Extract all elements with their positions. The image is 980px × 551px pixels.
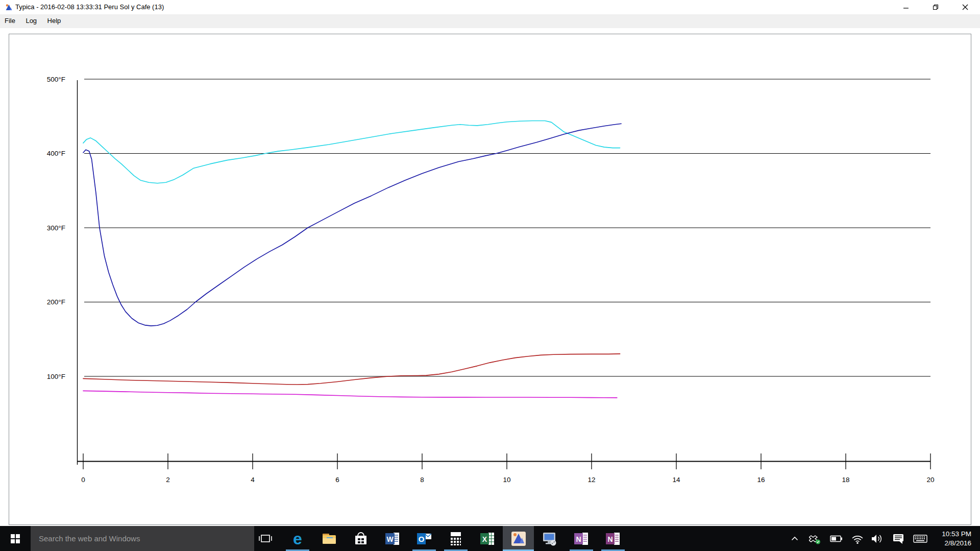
action-center-icon (892, 533, 904, 545)
taskbar-app-store[interactable] (350, 526, 372, 551)
excel-icon: X (479, 530, 496, 547)
onenote-icon: N (573, 530, 590, 547)
svg-text:N: N (576, 535, 581, 543)
svg-text:N: N (607, 535, 612, 543)
clock-date: 2/8/2016 (936, 539, 971, 548)
computer-icon (541, 530, 558, 547)
svg-text:6: 6 (335, 476, 339, 484)
wifi-icon (851, 533, 864, 545)
search-input[interactable] (31, 526, 254, 551)
svg-text:0: 0 (81, 476, 85, 484)
taskbar-search[interactable] (31, 526, 254, 551)
svg-text:e: e (293, 530, 302, 547)
svg-text:W: W (386, 535, 394, 543)
start-button[interactable] (0, 526, 31, 551)
svg-text:500°F: 500°F (47, 76, 65, 83)
speaker-icon (870, 533, 884, 545)
word-icon: W (384, 530, 401, 547)
svg-text:8: 8 (420, 476, 424, 484)
taskbar-app-outlook[interactable]: O (413, 526, 435, 551)
taskbar-app-excel[interactable]: X (476, 526, 499, 551)
svg-text:200°F: 200°F (47, 298, 65, 306)
taskbar-app-calculator[interactable] (445, 526, 467, 551)
svg-text:20: 20 (926, 476, 934, 484)
windows-logo-icon (11, 534, 20, 543)
tray-show-hidden-button[interactable] (788, 526, 802, 551)
svg-text:100°F: 100°F (47, 373, 65, 380)
task-view-button[interactable] (254, 526, 277, 551)
svg-text:2: 2 (166, 476, 170, 484)
taskbar-app-onenote-2[interactable]: N (602, 526, 624, 551)
edge-icon: e (289, 530, 306, 547)
store-icon (352, 530, 370, 547)
taskbar-app-computer[interactable] (538, 526, 561, 551)
folder-icon (321, 530, 338, 547)
svg-text:12: 12 (587, 476, 595, 484)
calculator-icon (447, 530, 464, 547)
svg-text:X: X (482, 535, 487, 543)
battery-icon (829, 533, 843, 545)
taskbar: e W O (0, 526, 980, 551)
taskbar-app-edge[interactable]: e (286, 526, 309, 551)
keyboard-icon (913, 533, 928, 545)
tray-action-center-button[interactable] (891, 526, 905, 551)
svg-text:14: 14 (672, 476, 680, 484)
svg-text:300°F: 300°F (47, 224, 65, 232)
tray-battery-button[interactable] (829, 526, 843, 551)
taskbar-app-onenote[interactable]: N (570, 526, 593, 551)
onenote-2-icon: N (604, 530, 622, 547)
typica-taskbar-icon (510, 530, 527, 547)
svg-text:10: 10 (503, 476, 510, 484)
taskbar-app-word[interactable]: W (381, 526, 404, 551)
roast-profile-chart: 500°F400°F300°F200°F100°F024681012141618… (0, 0, 980, 526)
taskbar-app-typica[interactable] (503, 526, 534, 551)
taskbar-app-file-explorer[interactable] (318, 526, 340, 551)
clock-time: 10:53 PM (936, 530, 971, 539)
outlook-icon: O (415, 530, 433, 547)
tray-volume-button[interactable] (870, 526, 884, 551)
svg-text:O: O (419, 535, 425, 543)
task-view-icon (257, 530, 274, 547)
tray-wifi-button[interactable] (850, 526, 865, 551)
svg-text:4: 4 (251, 476, 255, 484)
svg-text:400°F: 400°F (47, 150, 65, 157)
tray-touch-keyboard-button[interactable] (912, 526, 929, 551)
svg-text:16: 16 (757, 476, 765, 484)
chevron-up-icon (789, 533, 801, 545)
svg-text:18: 18 (842, 476, 849, 484)
tray-clock[interactable]: 10:53 PM 2/8/2016 (936, 526, 974, 551)
tray-dropbox-button[interactable] (808, 526, 822, 551)
dropbox-icon (809, 533, 821, 545)
